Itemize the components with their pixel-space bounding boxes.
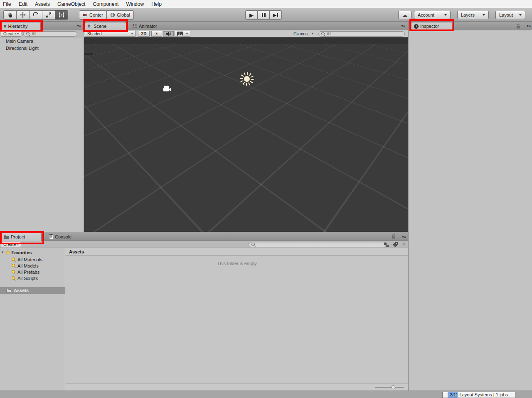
hierarchy-item-directional-light[interactable]: Directional Light [0,45,83,52]
menu-item-edit[interactable]: Edit [15,0,31,8]
project-search[interactable] [249,242,387,247]
menu-lines-icon: ≡ [79,24,81,28]
tab-scene[interactable]: # Scene [85,22,126,30]
tab-inspector[interactable]: i Inspector [411,22,453,30]
chevron-down-icon [17,244,19,245]
scene-search-input[interactable] [327,32,402,36]
console-icon [49,234,53,239]
move-tool-button[interactable] [16,10,30,20]
tab-hierarchy[interactable]: ≡ Hierarchy [1,22,41,30]
play-controls: ▶ ▶ [245,10,282,20]
inspector-panel-menu[interactable]: ▾≡ [527,24,530,28]
scene-viewport[interactable] [84,37,408,232]
main-camera-gizmo[interactable] [162,85,172,92]
scene-tab-label-text: Scene [94,22,106,30]
tab-console[interactable]: Console [47,233,77,241]
background-jobs-status[interactable]: 2/11 Layout Systems | 1 jobs [442,392,515,398]
account-label: Account [418,12,434,17]
assets-pane: Assets This folder is empty [66,248,408,391]
step-icon: ▶ [273,12,276,18]
thumbnail-zoom-slider[interactable] [375,387,404,388]
project-search-input[interactable] [257,242,384,247]
directional-light-gizmo[interactable] [238,70,256,88]
favorites-item-all-prefabs[interactable]: All Prefabs [0,269,65,275]
gizmos-dropdown[interactable]: Gizmos [291,31,316,37]
scale-tool-button[interactable] [42,10,55,20]
status-message: 2/11 Layout Systems | 1 jobs [450,392,508,397]
lock-icon[interactable] [392,234,396,239]
render-mode-label: Shaded [87,32,101,36]
project-create-button[interactable]: Create [1,242,21,247]
hand-icon [7,12,13,18]
search-by-type-button[interactable] [383,242,389,247]
menu-lines-icon: ≡ [403,24,405,28]
hierarchy-search[interactable] [23,31,77,37]
globe-icon [110,12,115,17]
search-by-label-button[interactable] [392,242,398,247]
menu-item-component[interactable]: Component [89,0,122,8]
pivot-toggle-group: Center Global [79,10,134,20]
pan-tool-button[interactable] [3,10,17,20]
rotate-tool-button[interactable] [29,10,42,20]
transform-tools [3,10,68,20]
scene-audio-button[interactable] [163,31,174,37]
scene-search[interactable] [318,31,405,37]
lock-icon[interactable] [516,24,520,29]
favorites-item-all-models[interactable]: All Models [0,263,65,269]
menu-item-assets[interactable]: Assets [31,0,54,8]
rotation-global-button[interactable]: Global [106,10,134,20]
scene-panel-menu[interactable]: ▾≡ [401,24,405,28]
inspector-panel: i Inspector ▾≡ [408,22,532,391]
console-tab-label: Console [55,233,71,241]
render-mode-dropdown[interactable]: Shaded [85,31,135,37]
inspector-tab-label: Inspector [420,22,439,30]
slider-knob[interactable] [391,385,395,389]
menu-item-window[interactable]: Window [122,0,148,8]
pause-button[interactable] [257,10,270,20]
hierarchy-create-button[interactable]: Create [1,31,21,37]
layout-dropdown[interactable]: Layout [495,11,525,19]
search-filter-icon [12,276,16,280]
image-icon [177,32,183,36]
hierarchy-search-input[interactable] [32,32,74,36]
favorites-item-all-materials[interactable]: All Materials [0,256,65,263]
tab-animator[interactable]: Animator [130,22,163,30]
dropdown-arrow-icon: ▾ [402,235,404,239]
move-icon [20,12,26,18]
tree-item-assets-selected[interactable]: Assets [0,287,65,294]
chevron-down-icon [312,33,313,34]
favorites-item-all-scripts[interactable]: All Scripts [0,275,65,281]
rect-tool-button[interactable] [55,10,68,20]
tab-project[interactable]: Project [1,233,42,241]
project-panel-menu[interactable]: ▾≡ [402,235,406,239]
status-bar: 2/11 Layout Systems | 1 jobs [0,391,532,398]
assets-breadcrumb[interactable]: Assets [66,248,408,256]
layers-dropdown[interactable]: Layers [457,11,489,19]
pivot-center-button[interactable]: Center [79,10,107,20]
scene-toolbar: Shaded 2D ☀ Gizmos [84,30,408,37]
cloud-services-button[interactable]: ☁ [398,11,411,19]
play-button[interactable]: ▶ [245,10,258,20]
foldout-arrow-icon: ▼ [1,251,4,254]
menu-item-help[interactable]: Help [148,0,165,8]
layout-label: Layout [499,12,513,17]
step-button[interactable]: ▶ [269,10,282,20]
dropdown-arrow-icon: ▾ [77,24,79,28]
create-label: Create [3,242,16,247]
hierarchy-panel-menu[interactable]: ▾≡ [77,24,81,28]
scene-lighting-button[interactable]: ☀ [151,31,162,37]
menu-item-gameobject[interactable]: GameObject [54,0,89,8]
search-filter-icon [12,258,16,262]
menu-item-file[interactable]: File [3,0,15,8]
hierarchy-body: Main Camera Directional Light [0,38,83,232]
favorites-star-button[interactable]: ★ [401,241,406,247]
hierarchy-list-icon: ≡ [4,22,6,30]
account-dropdown[interactable]: Account [414,11,451,19]
hierarchy-item-main-camera[interactable]: Main Camera [0,38,83,45]
hierarchy-tabbar: ≡ Hierarchy ▾≡ [0,22,83,30]
scene-effects-button[interactable] [175,31,190,37]
favorites-header[interactable]: ▼ ★ Favorites [0,248,65,256]
toggle-2d-button[interactable]: 2D [138,31,150,37]
unity-editor-window: File Edit Assets GameObject Component Wi… [0,0,532,398]
chevron-down-icon [444,14,447,16]
